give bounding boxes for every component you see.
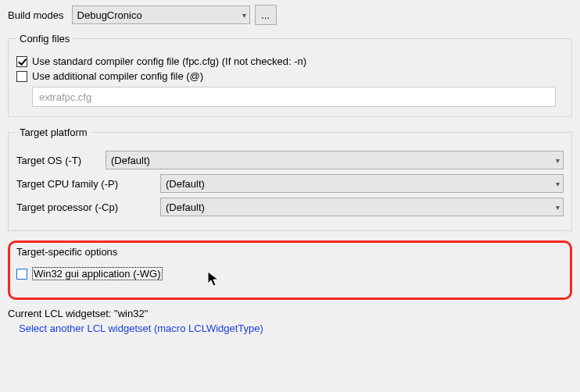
use-additional-config-label[interactable]: Use additional compiler config file (@) <box>32 70 203 82</box>
use-standard-config-row: Use standard compiler config file (fpc.c… <box>16 55 564 67</box>
ellipsis-icon: ... <box>261 9 270 21</box>
target-processor-row: Target processor (-Cp) (Default) ▾ <box>16 198 564 216</box>
win32-gui-checkbox[interactable] <box>16 269 27 280</box>
target-platform-group: Target platform Target OS (-T) (Default)… <box>8 127 572 231</box>
current-widgetset-label: Current LCL widgetset: "win32" <box>8 308 572 319</box>
footer: Current LCL widgetset: "win32" Select an… <box>8 308 572 334</box>
build-modes-more-button[interactable]: ... <box>255 5 277 25</box>
additional-config-path-value: extrafpc.cfg <box>39 91 91 103</box>
chevron-down-icon: ▾ <box>556 180 560 188</box>
use-standard-config-label[interactable]: Use standard compiler config file (fpc.c… <box>32 55 306 67</box>
target-cpu-combobox[interactable]: (Default) ▾ <box>160 174 564 193</box>
target-platform-legend: Target platform <box>16 127 91 138</box>
target-specific-options-group: Target-specific options Win32 gui applic… <box>8 241 572 300</box>
use-additional-config-checkbox[interactable] <box>16 71 27 82</box>
target-specific-options-legend: Target-specific options <box>16 246 564 258</box>
build-modes-value: DebugCronico <box>77 9 142 21</box>
target-processor-value: (Default) <box>166 201 205 213</box>
chevron-down-icon: ▾ <box>556 156 560 165</box>
target-processor-combobox[interactable]: (Default) ▾ <box>160 198 564 216</box>
target-cpu-value: (Default) <box>166 178 205 190</box>
build-modes-combobox[interactable]: DebugCronico ▾ <box>72 5 250 24</box>
select-widgetset-link[interactable]: Select another LCL widgetset (macro LCLW… <box>19 323 572 334</box>
chevron-down-icon: ▾ <box>556 203 560 212</box>
build-modes-label: Build modes <box>8 9 64 21</box>
compiler-options-panel: Build modes DebugCronico ▾ ... Config fi… <box>0 0 580 392</box>
additional-config-path-input[interactable]: extrafpc.cfg <box>32 87 556 107</box>
chevron-down-icon: ▾ <box>242 11 246 20</box>
target-os-row: Target OS (-T) (Default) ▾ <box>16 151 564 169</box>
win32-gui-row: Win32 gui application (-WG) <box>16 267 564 280</box>
use-additional-config-row: Use additional compiler config file (@) <box>16 70 564 82</box>
win32-gui-label[interactable]: Win32 gui application (-WG) <box>32 267 163 280</box>
build-modes-row: Build modes DebugCronico ▾ ... <box>8 5 572 25</box>
target-cpu-row: Target CPU family (-P) (Default) ▾ <box>16 174 564 193</box>
target-os-label: Target OS (-T) <box>16 155 101 166</box>
target-os-combobox[interactable]: (Default) ▾ <box>106 151 564 169</box>
use-standard-config-checkbox[interactable] <box>16 56 27 67</box>
config-files-legend: Config files <box>16 33 73 45</box>
target-cpu-label: Target CPU family (-P) <box>16 178 156 190</box>
config-files-group: Config files Use standard compiler confi… <box>8 33 572 117</box>
target-processor-label: Target processor (-Cp) <box>16 201 156 213</box>
target-os-value: (Default) <box>111 155 150 166</box>
